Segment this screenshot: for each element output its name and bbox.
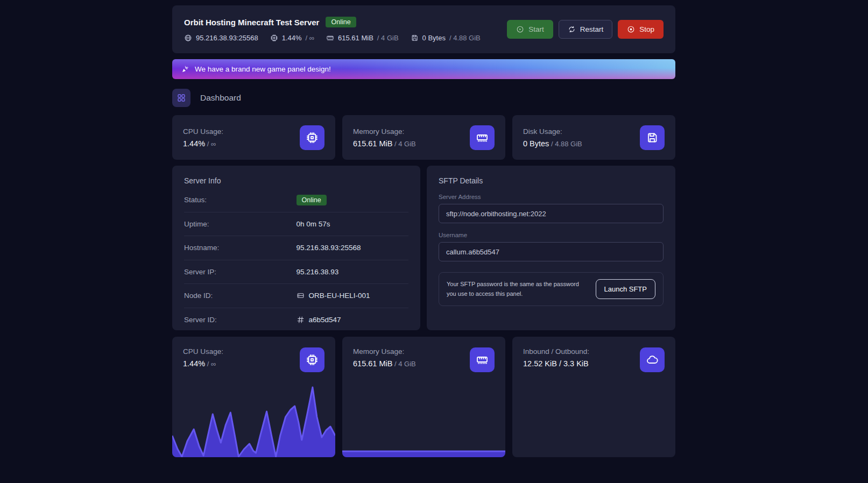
- play-circle-icon: [516, 25, 524, 33]
- middle-panels: Server Info Status: Online Uptime: 0h 0m…: [172, 166, 675, 330]
- globe-icon: [184, 34, 192, 42]
- announcement-text: We have a brand new game panel design!: [195, 65, 331, 73]
- header-stat-disk: 0 Bytes / 4.88 GiB: [411, 34, 481, 42]
- cpu-usage-card: CPU Usage: 1.44% / ∞: [172, 115, 335, 160]
- memory-icon: [470, 347, 495, 372]
- header-cpu-limit: / ∞: [306, 34, 315, 42]
- power-actions: Start Restart Stop: [507, 20, 664, 39]
- sftp-username-input[interactable]: [439, 242, 664, 261]
- uptime-value: 0h 0m 57s: [297, 220, 330, 228]
- server-info-row-node: Node ID: ORB-EU-HELI-001: [184, 284, 408, 308]
- network-value: 12.52 KiB / 3.3 KiB: [523, 359, 589, 368]
- uptime-label: Uptime:: [184, 220, 209, 228]
- hash-icon: [297, 316, 305, 324]
- restart-icon: [568, 25, 576, 33]
- header-stat-memory: 615.61 MiB / 4 GiB: [326, 34, 399, 42]
- stop-button-label: Stop: [639, 25, 654, 33]
- hostname-value: 95.216.38.93:25568: [297, 244, 361, 252]
- page-heading: Dashboard: [172, 89, 675, 107]
- memory-icon: [326, 34, 334, 42]
- cpu-usage-sparkline: [172, 377, 335, 457]
- sftp-address-input[interactable]: [439, 204, 664, 223]
- party-popper-icon: [181, 65, 189, 74]
- sftp-details-panel: SFTP Details Server Address Username You…: [427, 166, 675, 330]
- memory-chart-label: Memory Usage:: [353, 347, 416, 356]
- server-icon: [297, 292, 305, 300]
- header-cpu-value: 1.44%: [282, 34, 302, 42]
- memory-usage-card: Memory Usage: 615.61 MiB / 4 GiB: [342, 115, 505, 160]
- header-disk-value: 0 Bytes: [422, 34, 446, 42]
- header-disk-limit: / 4.88 GiB: [449, 34, 481, 42]
- cpu-chart-card: CPU Usage: 1.44% / ∞: [172, 337, 335, 457]
- disk-usage-card: Disk Usage: 0 Bytes / 4.88 GiB: [512, 115, 675, 160]
- sftp-title: SFTP Details: [439, 176, 664, 185]
- server-title: Orbit Hosting Minecraft Test Server: [184, 18, 319, 27]
- cpu-chart-value: 1.44%: [183, 359, 205, 368]
- disk-usage-label: Disk Usage:: [523, 127, 582, 136]
- sftp-note-box: Your SFTP password is the same as the pa…: [439, 272, 664, 306]
- server-info-row-hostname: Hostname: 95.216.38.93:25568: [184, 236, 408, 260]
- memory-chart-limit: / 4 GiB: [392, 360, 415, 368]
- header-memory-limit: / 4 GiB: [377, 34, 399, 42]
- cpu-icon: [300, 125, 324, 150]
- disk-usage-value: 0 Bytes: [523, 139, 549, 148]
- sftp-username-label: Username: [439, 232, 664, 238]
- cpu-chart-limit: / ∞: [205, 360, 216, 368]
- memory-usage-value: 615.61 MiB: [353, 139, 392, 148]
- node-id-value: ORB-EU-HELI-001: [309, 292, 370, 300]
- bottom-stat-cards: CPU Usage: 1.44% / ∞ Memory Usage: 615.6…: [172, 337, 675, 457]
- server-info-row-uptime: Uptime: 0h 0m 57s: [184, 212, 408, 237]
- top-stat-cards: CPU Usage: 1.44% / ∞ Memory Usage: 615.6…: [172, 115, 675, 160]
- cpu-usage-limit: / ∞: [205, 140, 216, 148]
- server-header-card: Orbit Hosting Minecraft Test Server Onli…: [172, 5, 675, 53]
- header-address-value: 95.216.38.93:25568: [196, 34, 258, 42]
- status-label: Status:: [184, 196, 207, 204]
- memory-usage-limit: / 4 GiB: [392, 140, 415, 148]
- memory-chart-value: 615.61 MiB: [353, 359, 392, 368]
- memory-icon: [470, 125, 495, 150]
- disk-icon: [640, 125, 665, 150]
- node-id-label: Node ID:: [184, 292, 213, 300]
- sftp-note-text: Your SFTP password is the same as the pa…: [447, 280, 588, 298]
- hostname-label: Hostname:: [184, 244, 219, 252]
- server-header-info: Orbit Hosting Minecraft Test Server Onli…: [184, 17, 481, 42]
- stop-button[interactable]: Stop: [618, 20, 664, 39]
- dashboard-grid-icon: [172, 89, 190, 107]
- page-title: Dashboard: [200, 93, 241, 103]
- cloud-icon: [640, 347, 665, 372]
- header-memory-value: 615.61 MiB: [338, 34, 373, 42]
- cpu-chart-label: CPU Usage:: [183, 347, 223, 356]
- memory-chart-card: Memory Usage: 615.61 MiB / 4 GiB: [342, 337, 505, 457]
- announcement-banner[interactable]: We have a brand new game panel design!: [172, 59, 675, 79]
- network-label: Inbound / Outbound:: [523, 347, 589, 356]
- start-button[interactable]: Start: [507, 20, 553, 39]
- restart-button[interactable]: Restart: [559, 20, 613, 39]
- launch-sftp-button[interactable]: Launch SFTP: [596, 279, 656, 299]
- stop-circle-icon: [627, 25, 635, 33]
- server-id-label: Server ID:: [184, 316, 217, 324]
- cpu-usage-value: 1.44%: [183, 139, 205, 148]
- server-id-value: a6b5d547: [309, 316, 341, 324]
- restart-button-label: Restart: [580, 25, 604, 33]
- server-info-panel: Server Info Status: Online Uptime: 0h 0m…: [172, 166, 420, 330]
- dashboard-page: Orbit Hosting Minecraft Test Server Onli…: [172, 0, 675, 457]
- cpu-icon: [300, 347, 324, 372]
- memory-usage-label: Memory Usage:: [353, 127, 416, 136]
- sftp-address-label: Server Address: [439, 194, 664, 200]
- cpu-icon: [270, 34, 278, 42]
- network-card: Inbound / Outbound: 12.52 KiB / 3.3 KiB: [512, 337, 675, 457]
- server-info-row-ip: Server IP: 95.216.38.93: [184, 260, 408, 285]
- memory-usage-sparkline: [342, 377, 505, 457]
- server-info-row-status: Status: Online: [184, 188, 408, 212]
- server-status-badge: Online: [326, 17, 356, 27]
- server-ip-value: 95.216.38.93: [297, 268, 339, 276]
- header-stat-address: 95.216.38.93:25568: [184, 34, 258, 42]
- disk-usage-limit: / 4.88 GiB: [549, 140, 582, 148]
- start-button-label: Start: [528, 25, 544, 33]
- header-stat-cpu: 1.44% / ∞: [270, 34, 314, 42]
- status-online-badge: Online: [297, 195, 327, 205]
- server-header-stats: 95.216.38.93:25568 1.44% / ∞ 615.61 MiB …: [184, 34, 481, 42]
- server-info-title: Server Info: [184, 176, 408, 185]
- disk-icon: [411, 34, 419, 42]
- server-ip-label: Server IP:: [184, 268, 216, 276]
